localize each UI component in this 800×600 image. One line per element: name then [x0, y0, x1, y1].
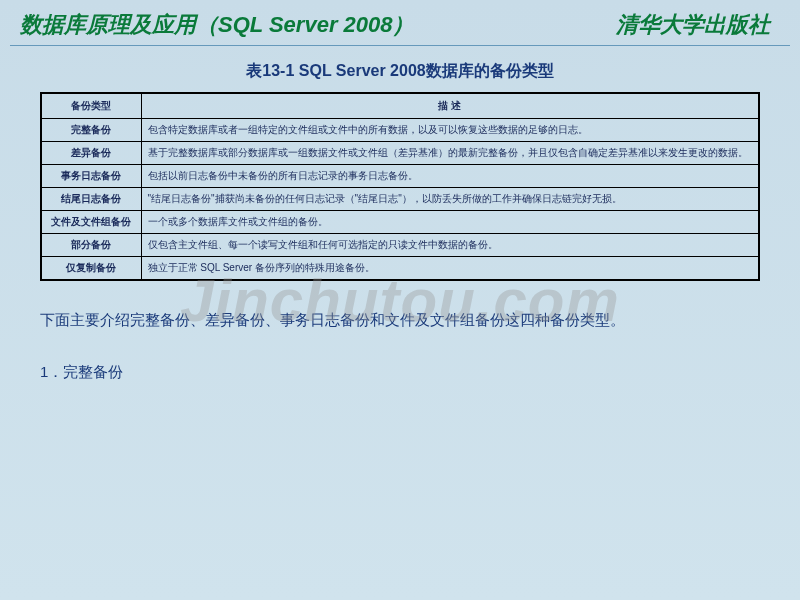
- body-content: 下面主要介绍完整备份、差异备份、事务日志备份和文件及文件组备份这四种备份类型。 …: [0, 281, 800, 385]
- cell-type: 仅复制备份: [41, 257, 141, 281]
- table-row: 差异备份 基于完整数据库或部分数据库或一组数据文件或文件组（差异基准）的最新完整…: [41, 142, 759, 165]
- cell-desc: 仅包含主文件组、每一个读写文件组和任何可选指定的只读文件中数据的备份。: [141, 234, 759, 257]
- table-row: 结尾日志备份 "结尾日志备份"捕获尚未备份的任何日志记录（"结尾日志"），以防丢…: [41, 188, 759, 211]
- cell-desc: "结尾日志备份"捕获尚未备份的任何日志记录（"结尾日志"），以防丢失所做的工作并…: [141, 188, 759, 211]
- cell-type: 完整备份: [41, 119, 141, 142]
- header-type: 备份类型: [41, 93, 141, 119]
- header-divider: [10, 45, 790, 46]
- book-title: 数据库原理及应用（SQL Server 2008）: [20, 10, 415, 40]
- publisher: 清华大学出版社: [616, 10, 770, 40]
- table-container: 备份类型 描 述 完整备份 包含特定数据库或者一组特定的文件组或文件中的所有数据…: [0, 92, 800, 281]
- cell-desc: 一个或多个数据库文件或文件组的备份。: [141, 211, 759, 234]
- cell-type: 结尾日志备份: [41, 188, 141, 211]
- header-desc: 描 述: [141, 93, 759, 119]
- table-caption: 表13-1 SQL Server 2008数据库的备份类型: [0, 61, 800, 82]
- cell-type: 文件及文件组备份: [41, 211, 141, 234]
- cell-type: 差异备份: [41, 142, 141, 165]
- cell-desc: 独立于正常 SQL Server 备份序列的特殊用途备份。: [141, 257, 759, 281]
- intro-paragraph: 下面主要介绍完整备份、差异备份、事务日志备份和文件及文件组备份这四种备份类型。: [40, 306, 760, 333]
- cell-desc: 基于完整数据库或部分数据库或一组数据文件或文件组（差异基准）的最新完整备份，并且…: [141, 142, 759, 165]
- table-header-row: 备份类型 描 述: [41, 93, 759, 119]
- cell-type: 事务日志备份: [41, 165, 141, 188]
- section-heading: 1．完整备份: [40, 358, 760, 385]
- cell-desc: 包括以前日志备份中未备份的所有日志记录的事务日志备份。: [141, 165, 759, 188]
- table-row: 部分备份 仅包含主文件组、每一个读写文件组和任何可选指定的只读文件中数据的备份。: [41, 234, 759, 257]
- table-row: 仅复制备份 独立于正常 SQL Server 备份序列的特殊用途备份。: [41, 257, 759, 281]
- table-row: 完整备份 包含特定数据库或者一组特定的文件组或文件中的所有数据，以及可以恢复这些…: [41, 119, 759, 142]
- cell-type: 部分备份: [41, 234, 141, 257]
- slide-header: 数据库原理及应用（SQL Server 2008） 清华大学出版社: [0, 0, 800, 45]
- cell-desc: 包含特定数据库或者一组特定的文件组或文件中的所有数据，以及可以恢复这些数据的足够…: [141, 119, 759, 142]
- backup-types-table: 备份类型 描 述 完整备份 包含特定数据库或者一组特定的文件组或文件中的所有数据…: [40, 92, 760, 281]
- table-row: 事务日志备份 包括以前日志备份中未备份的所有日志记录的事务日志备份。: [41, 165, 759, 188]
- table-row: 文件及文件组备份 一个或多个数据库文件或文件组的备份。: [41, 211, 759, 234]
